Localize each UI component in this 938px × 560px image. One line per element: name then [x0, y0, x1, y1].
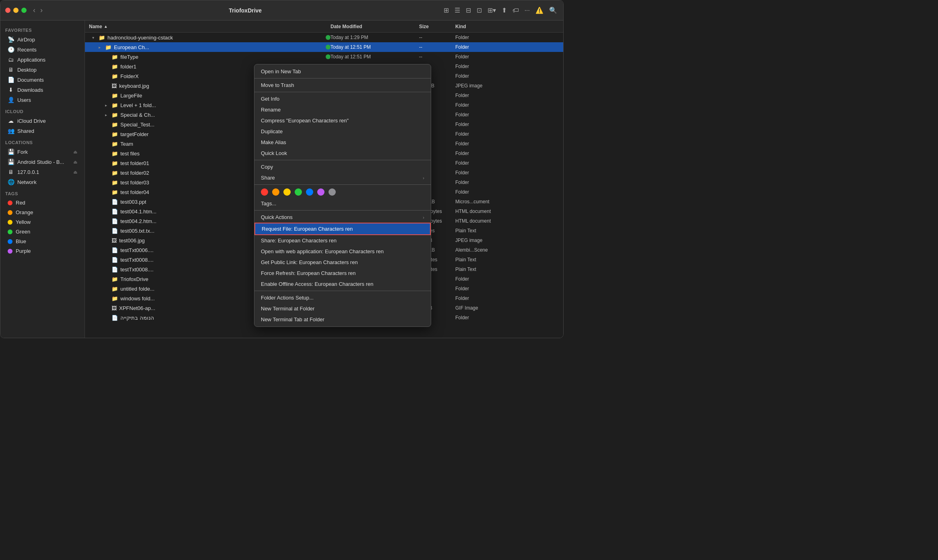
localhost-eject-icon[interactable]: ⏏ — [73, 169, 77, 175]
fullscreen-button[interactable] — [21, 8, 27, 13]
context-menu-item[interactable]: Make Alias — [254, 137, 431, 148]
context-menu-item[interactable]: Open in New Tab — [254, 66, 431, 77]
tag-icon[interactable]: 🏷 — [511, 6, 520, 15]
context-menu-item[interactable]: Share › — [254, 172, 431, 183]
sidebar-item-documents[interactable]: 📄 Documents — [3, 75, 82, 85]
close-button[interactable] — [5, 8, 10, 13]
icon-gallery[interactable]: ⊡ — [475, 5, 483, 15]
context-menu-item[interactable]: Get Info — [254, 93, 431, 104]
file-kind: Folder — [455, 64, 559, 69]
context-menu-item[interactable]: Folder Actions Setup... — [254, 292, 431, 303]
context-menu-item[interactable]: Request File: European Characters ren — [254, 223, 431, 235]
context-menu-item[interactable]: Get Public Link: European Characters ren — [254, 257, 431, 268]
sidebar-item-users[interactable]: 👤 Users — [3, 95, 82, 105]
color-tag-dot[interactable] — [272, 188, 279, 196]
context-menu-item[interactable]: Duplicate — [254, 126, 431, 137]
context-menu-item-label: Share: European Characters ren — [261, 238, 337, 244]
warning-icon[interactable]: ⚠️ — [534, 5, 545, 15]
network-label: Network — [17, 179, 37, 185]
context-menu-item[interactable]: Quick Look — [254, 148, 431, 159]
icon-grid[interactable]: ⊞ — [442, 5, 450, 15]
sidebar-item-recents[interactable]: 🕐 Recents — [3, 45, 82, 54]
context-menu-item[interactable]: New Terminal at Folder — [254, 303, 431, 314]
context-menu-item[interactable]: New Terminal Tab at Folder — [254, 314, 431, 325]
sidebar-item-localhost[interactable]: 🖥 127.0.0.1 ⏏ — [3, 167, 82, 177]
color-tag-dot[interactable] — [283, 188, 291, 196]
sidebar-item-tag-purple[interactable]: Purple — [3, 246, 82, 256]
content-area: Name ▲ Date Modified Size Kind ▾ 📁 hadro… — [85, 21, 563, 338]
sidebar-item-downloads[interactable]: ⬇ Downloads — [3, 85, 82, 95]
context-menu-item[interactable]: Move to Trash — [254, 80, 431, 91]
context-menu-item[interactable]: Tags... — [254, 198, 431, 209]
file-type-icon: 📁 — [112, 112, 118, 118]
titlebar: ‹ › TriofoxDrive ⊞ ☰ ⊟ ⊡ ⊞▾ ⬆ 🏷 ··· ⚠️ 🔍 — [0, 0, 563, 21]
sidebar-item-tag-blue[interactable]: Blue — [3, 237, 82, 246]
context-menu-item[interactable]: Force Refresh: European Characters ren — [254, 268, 431, 279]
expand-icon[interactable]: ▾ — [92, 35, 97, 40]
fork-icon: 💾 — [8, 149, 14, 155]
fork-eject-icon[interactable]: ⏏ — [73, 149, 77, 155]
documents-label: Documents — [17, 77, 44, 83]
sidebar-item-tag-orange[interactable]: Orange — [3, 208, 82, 217]
search-icon[interactable]: 🔍 — [548, 5, 558, 15]
file-name: folder1 — [120, 64, 136, 70]
table-row[interactable]: ▸ 📁 European Ch... Today at 12:51 PM -- … — [85, 42, 563, 52]
sidebar-item-network[interactable]: 🌐 Network — [3, 177, 82, 187]
col-size-header[interactable]: Size — [419, 24, 455, 29]
android-studio-icon: 💾 — [8, 159, 14, 165]
file-type-icon: 📁 — [112, 151, 118, 157]
context-menu-item[interactable]: Rename — [254, 104, 431, 115]
expand-icon[interactable]: ▸ — [105, 113, 110, 117]
icon-columns[interactable]: ⊟ — [465, 5, 472, 15]
file-type-icon: 🖼 — [112, 238, 117, 244]
icon-list[interactable]: ☰ — [453, 5, 461, 15]
color-tag-dot[interactable] — [329, 188, 336, 196]
sidebar-item-applications[interactable]: 🗂 Applications — [3, 55, 82, 64]
file-name: test folder01 — [120, 160, 149, 166]
back-button[interactable]: ‹ — [31, 5, 37, 15]
context-menu-item[interactable]: Share: European Characters ren — [254, 235, 431, 246]
context-menu-item[interactable]: Compress "European Characters ren" — [254, 115, 431, 126]
downloads-label: Downloads — [17, 87, 43, 93]
context-menu-item[interactable]: Enable Offline Access: European Characte… — [254, 279, 431, 289]
sidebar-item-shared[interactable]: 👥 Shared — [3, 126, 82, 136]
col-kind-header[interactable]: Kind — [455, 24, 559, 29]
share-icon[interactable]: ⬆ — [500, 5, 508, 15]
sidebar-item-tag-yellow[interactable]: Yellow — [3, 217, 82, 227]
sidebar-item-android-studio[interactable]: 💾 Android Studio - B... ⏏ — [3, 157, 82, 167]
file-type-icon: 📄 — [112, 247, 118, 253]
sidebar-item-airdrop[interactable]: 📡 AirDrop — [3, 35, 82, 44]
color-tag-dot[interactable] — [317, 188, 324, 196]
table-row[interactable]: ▾ 📁 hadroncloud-yuening-cstack Today at … — [85, 33, 563, 42]
context-menu-item[interactable]: Copy — [254, 161, 431, 172]
color-tag-dot[interactable] — [306, 188, 313, 196]
file-type-icon: 📁 — [112, 141, 118, 147]
android-studio-eject-icon[interactable]: ⏏ — [73, 159, 77, 165]
window-title: TriofoxDrive — [48, 7, 442, 14]
file-type-icon: 📄 — [112, 257, 118, 263]
color-tag-dot[interactable] — [295, 188, 302, 196]
file-type-icon: 📁 — [112, 286, 118, 292]
table-row[interactable]: 📁 fileType Today at 12:51 PM -- Folder — [85, 52, 563, 62]
file-size: -- — [419, 44, 455, 50]
minimize-button[interactable] — [13, 8, 19, 13]
expand-icon[interactable]: ▸ — [99, 45, 103, 50]
sidebar-item-desktop[interactable]: 🖥 Desktop — [3, 65, 82, 74]
icon-grouping[interactable]: ⊞▾ — [486, 5, 497, 15]
context-menu-separator — [254, 184, 431, 185]
col-date-header[interactable]: Date Modified — [331, 24, 419, 29]
color-tag-dot[interactable] — [261, 188, 268, 196]
forward-button[interactable]: › — [39, 5, 44, 15]
col-name-header[interactable]: Name ▲ — [89, 24, 331, 29]
context-menu-item[interactable]: Quick Actions › — [254, 212, 431, 223]
sidebar-item-tag-red[interactable]: Red — [3, 198, 82, 207]
expand-icon[interactable]: ▸ — [105, 103, 110, 107]
context-menu-item[interactable]: Open with web application: European Char… — [254, 246, 431, 257]
file-type-icon: 📁 — [99, 35, 105, 41]
file-kind: Folder — [455, 286, 559, 291]
sidebar-item-tag-green[interactable]: Green — [3, 227, 82, 236]
sidebar-item-fork[interactable]: 💾 Fork ⏏ — [3, 147, 82, 157]
more-icon[interactable]: ··· — [523, 6, 531, 15]
file-type-icon: 📁 — [112, 93, 118, 99]
sidebar-item-icloud-drive[interactable]: ☁ iCloud Drive — [3, 116, 82, 126]
